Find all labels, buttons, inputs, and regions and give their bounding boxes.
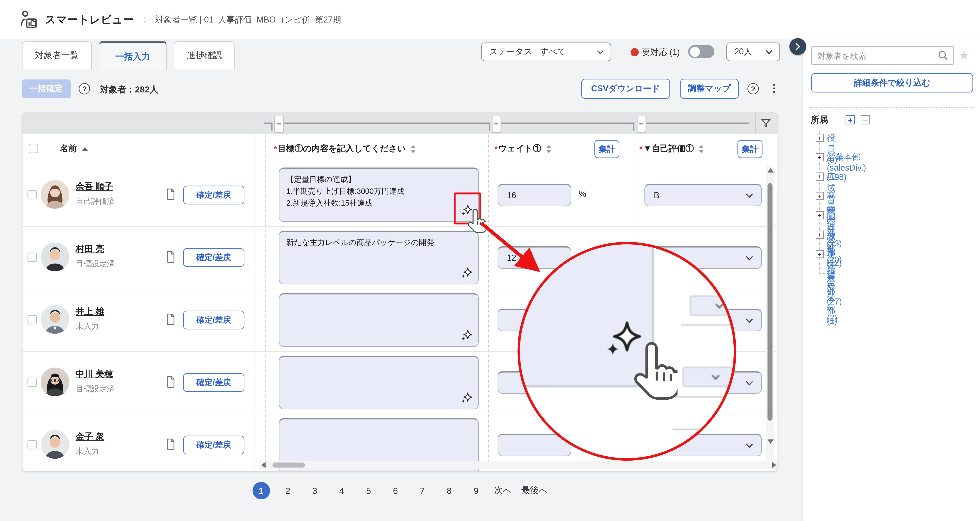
page-button[interactable]: 2	[279, 482, 297, 500]
sort-arrows-icon[interactable]	[546, 145, 551, 153]
attention-toggle[interactable]	[688, 45, 714, 58]
weight-column-header[interactable]: * ウェイト①	[495, 134, 551, 164]
eval-select[interactable]: B	[644, 184, 762, 206]
page-button[interactable]: 8	[440, 482, 458, 500]
aggregate-weight-button[interactable]: 集計	[595, 140, 619, 158]
page-button[interactable]: 9	[467, 482, 485, 500]
advanced-filter-button[interactable]: 詳細条件で絞り込む	[811, 73, 973, 92]
sort-arrows-icon[interactable]	[699, 145, 704, 153]
row-checkbox[interactable]	[27, 440, 37, 449]
search-input[interactable]	[812, 51, 937, 61]
tab-label: 一括入力	[115, 51, 150, 62]
scroll-left-icon[interactable]	[261, 462, 266, 468]
page-button[interactable]: 4	[333, 482, 351, 500]
panel-collapse-button[interactable]	[789, 38, 806, 55]
confirm-return-button[interactable]: 確定/差戻	[183, 248, 244, 267]
goal-column-header[interactable]: * 目標①の内容を記入してください	[274, 134, 416, 164]
page-button[interactable]: 6	[387, 482, 404, 500]
confirm-return-button[interactable]: 確定/差戻	[183, 186, 244, 204]
person-name-link[interactable]: 金子 衆	[76, 431, 105, 443]
ai-sparkle-icon[interactable]	[461, 266, 473, 279]
goal-textarea[interactable]	[279, 356, 479, 409]
divider	[755, 113, 756, 134]
select-all-checkbox[interactable]	[29, 144, 38, 153]
row-checkbox[interactable]	[27, 253, 37, 262]
person-name-link[interactable]: 村田 亮	[76, 244, 105, 255]
vertical-scrollbar[interactable]	[766, 166, 774, 460]
aggregate-eval-button[interactable]: 集計	[737, 140, 762, 158]
tree-expand-icon[interactable]: +	[816, 192, 824, 200]
weight-input[interactable]: 16	[498, 184, 571, 206]
row-checkbox[interactable]	[27, 190, 37, 199]
magnifier-callout	[517, 242, 736, 460]
tab-progress[interactable]: 進捗確認	[174, 41, 235, 69]
bulk-confirm-button[interactable]: 一括確定	[22, 79, 71, 98]
page-button[interactable]: 1	[252, 482, 270, 500]
next-page-link[interactable]: 次へ	[494, 485, 512, 497]
scroll-right-icon[interactable]	[772, 462, 776, 468]
avatar	[41, 305, 69, 334]
column-resize-handle[interactable]	[492, 116, 501, 132]
goal-textarea[interactable]: 新たな主力レベルの商品パッケージの開発	[279, 231, 479, 284]
rail	[646, 123, 749, 124]
scrollbar-thumb[interactable]	[767, 183, 772, 421]
tree-expand-icon[interactable]: +	[816, 211, 824, 219]
document-icon[interactable]	[165, 438, 177, 451]
filter-funnel-icon[interactable]	[760, 118, 772, 129]
adjust-map-button[interactable]: 調整マップ	[680, 79, 739, 99]
tree-expand-icon[interactable]: +	[816, 250, 824, 258]
document-icon[interactable]	[165, 250, 177, 264]
tree-expand-icon[interactable]: +	[816, 172, 824, 180]
tree-item-label[interactable]: 指定なし(2)	[827, 268, 837, 323]
page-button[interactable]: 7	[414, 482, 431, 500]
collapse-all-button[interactable]: −	[861, 115, 870, 124]
eval-column-header[interactable]: * ▼自己評価①	[640, 134, 704, 164]
name-column-header[interactable]: 名前	[60, 134, 88, 164]
tree-expand-icon[interactable]: +	[816, 153, 824, 161]
rail-end	[633, 123, 635, 131]
required-mark: *	[640, 144, 643, 153]
kebab-menu-icon[interactable]: ⋮	[769, 82, 780, 95]
horizontal-scrollbar[interactable]	[259, 460, 778, 469]
tree-expand-icon[interactable]: +	[816, 231, 824, 239]
page-button[interactable]: 5	[360, 482, 377, 500]
row-checkbox[interactable]	[27, 378, 37, 387]
expand-all-button[interactable]: ＋	[846, 115, 855, 124]
scroll-down-icon[interactable]	[767, 440, 773, 444]
search-icon[interactable]	[937, 50, 949, 61]
tab-target-list[interactable]: 対象者一覧	[22, 41, 92, 69]
confirm-return-button[interactable]: 確定/差戻	[183, 436, 244, 454]
tab-label: 対象者一覧	[35, 50, 79, 61]
page-size-select[interactable]: 20人	[726, 43, 780, 61]
document-icon[interactable]	[165, 188, 177, 201]
row-checkbox[interactable]	[27, 315, 37, 324]
search-box[interactable]	[811, 46, 954, 65]
help-icon[interactable]: ?	[748, 83, 759, 94]
tree-expand-icon[interactable]: +	[816, 134, 824, 142]
person-status: 自己評価済	[76, 196, 115, 207]
document-icon[interactable]	[165, 312, 177, 326]
ai-sparkle-icon[interactable]	[461, 329, 473, 342]
ai-sparkle-icon[interactable]	[461, 391, 473, 405]
confirm-return-button[interactable]: 確定/差戻	[183, 311, 244, 330]
person-name-link[interactable]: 井上 雄	[76, 306, 105, 318]
column-resize-handle[interactable]	[274, 116, 284, 132]
person-name-link[interactable]: 余吾 順子	[76, 181, 113, 193]
goal-textarea[interactable]	[279, 293, 479, 347]
confirm-return-button[interactable]: 確定/差戻	[183, 373, 244, 392]
status-filter-value: ステータス - すべて	[489, 46, 566, 58]
sort-arrows-icon[interactable]	[411, 145, 415, 153]
goal-textarea[interactable]: 【定量目標の達成】 1.半期売り上げ目標:3000万円達成 2.新規導入社数:1…	[279, 167, 479, 222]
scrollbar-thumb[interactable]	[272, 463, 305, 468]
last-page-link[interactable]: 最後へ	[521, 485, 548, 497]
tab-bulk-input[interactable]: 一括入力	[99, 41, 167, 70]
csv-download-button[interactable]: CSVダウンロード	[581, 79, 670, 99]
scroll-up-icon[interactable]	[767, 168, 773, 173]
person-name-link[interactable]: 中川 美穂	[76, 369, 113, 380]
favorite-star-icon[interactable]: ★	[958, 46, 970, 65]
status-filter-select[interactable]: ステータス - すべて	[481, 43, 611, 61]
help-icon[interactable]: ?	[79, 83, 90, 94]
column-resize-handle[interactable]	[637, 116, 646, 132]
page-button[interactable]: 3	[306, 482, 324, 500]
document-icon[interactable]	[165, 375, 177, 389]
